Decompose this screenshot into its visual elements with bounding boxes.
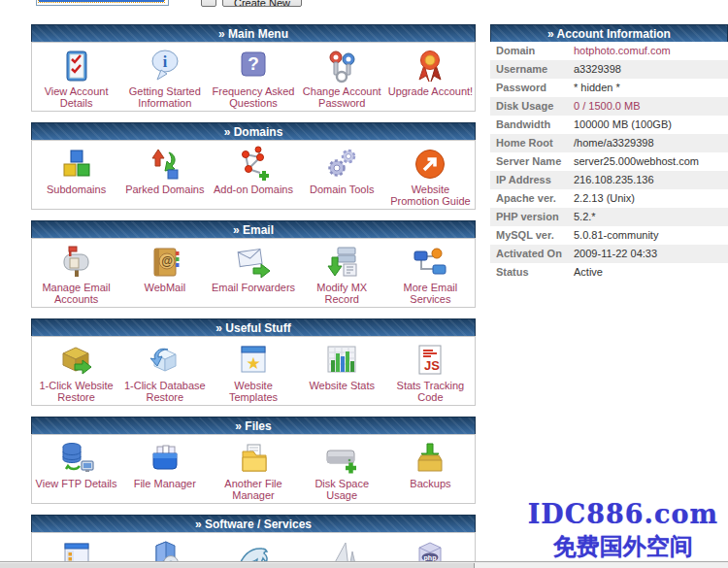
- watermark-chinese-text: 免费国外空间: [528, 531, 718, 562]
- menu-item-label: Subdomains: [47, 184, 106, 195]
- account-row-value: 216.108.235.136: [574, 171, 654, 189]
- account-row-value[interactable]: 0 / 1500.0 MB: [574, 97, 641, 116]
- menu-item-disk-space-usage[interactable]: Disk Space Usage: [298, 435, 386, 503]
- menu-item-another-file-manager[interactable]: Another File Manager: [209, 435, 297, 503]
- section-header: » Main Menu: [31, 24, 476, 42]
- upgrade-ribbon-icon: [412, 48, 448, 84]
- account-row-value[interactable]: hotphoto.comuf.com: [574, 42, 671, 60]
- menu-item-label: WebMail: [145, 282, 186, 293]
- email-forward-icon: [235, 244, 272, 281]
- account-row-username: Usernamea3329398: [490, 60, 728, 79]
- menu-item-domain-tools[interactable]: Domain Tools: [298, 141, 386, 209]
- menu-item-frequency-asked-questions[interactable]: ?Frequency Asked Questions: [209, 43, 297, 111]
- account-row-value: server25.000webhost.com: [574, 152, 699, 171]
- menu-item-view-account-details[interactable]: View Account Details: [32, 43, 120, 111]
- menu-item-label: Another File Manager: [211, 478, 296, 501]
- menu-item-label: Website Templates: [211, 380, 296, 403]
- account-row-label: Domain: [490, 42, 574, 60]
- account-row-value: Active: [574, 263, 603, 282]
- account-row-value: 2.2.13 (Unix): [574, 189, 635, 208]
- domain-select-input[interactable]: [36, 0, 169, 6]
- menu-item-1-click-website-restore[interactable]: 1-Click Website Restore: [32, 337, 120, 405]
- faq-question-icon: ?: [235, 48, 272, 84]
- menu-item-file-manager[interactable]: File Manager: [120, 435, 209, 503]
- horizontal-scrollbar[interactable]: [0, 561, 728, 568]
- password-keys-icon: [323, 48, 360, 84]
- section-items: View FTP DetailsFile ManagerAnother File…: [31, 434, 476, 504]
- menu-item-label: Upgrade Account!: [388, 85, 473, 97]
- section-domains: » DomainsSubdomainsParked DomainsAdd-on …: [31, 122, 476, 210]
- menu-item-subdomains[interactable]: Subdomains: [32, 141, 120, 209]
- menu-item-add-on-domains[interactable]: Add-on Domains: [209, 141, 297, 209]
- menu-item-change-account-password[interactable]: Change Account Password: [298, 43, 386, 111]
- menu-item-label: More Email Services: [387, 282, 473, 305]
- account-row-server-name: Server Nameserver25.000webhost.com: [490, 152, 728, 171]
- menu-item-label: Modify MX Record: [299, 282, 384, 305]
- section-header: » Files: [31, 417, 476, 434]
- account-row-value: 5.2.*: [574, 208, 596, 226]
- folder-file-icon: [235, 440, 272, 477]
- account-row-value: * hidden *: [574, 79, 620, 97]
- menu-item-label: View Account Details: [34, 85, 119, 109]
- domain-tools-gears-icon: [323, 146, 360, 183]
- js-code-icon: JS: [412, 342, 448, 379]
- menu-item-1-click-database-restore[interactable]: 1-Click Database Restore: [120, 337, 209, 405]
- section-items: 1-Click Website Restore1-Click Database …: [31, 336, 476, 406]
- account-row-value: 5.0.81-community: [574, 226, 658, 245]
- mailbox-icon: [58, 244, 95, 281]
- database-restore-icon: [147, 342, 183, 379]
- go-button[interactable]: [201, 0, 216, 7]
- section-header: » Domains: [31, 122, 476, 140]
- parked-domains-icon: [147, 146, 183, 183]
- menu-item-more-email-services[interactable]: More Email Services: [386, 239, 475, 307]
- account-row-domain: Domainhotphoto.comuf.com: [490, 42, 728, 60]
- account-row-label: Bandwidth: [490, 116, 574, 134]
- section-header: » Useful Stuff: [31, 318, 476, 336]
- ftp-details-icon: [58, 440, 95, 477]
- svg-text:★: ★: [246, 354, 260, 373]
- menu-item-modify-mx-record[interactable]: Modify MX Record: [298, 239, 386, 307]
- menu-item-upgrade-account[interactable]: Upgrade Account!: [386, 43, 475, 111]
- selected-text-highlight: [39, 0, 164, 2]
- menu-item-manage-email-accounts[interactable]: Manage Email Accounts: [32, 239, 120, 307]
- create-new-button[interactable]: Create New: [222, 0, 302, 7]
- section-files: » FilesView FTP DetailsFile ManagerAnoth…: [31, 417, 476, 504]
- section-email: » EmailManage Email Accounts@WebMailEmai…: [31, 220, 476, 308]
- account-row-label: MySQL ver.: [490, 226, 574, 245]
- menu-item-website-templates[interactable]: ★Website Templates: [209, 337, 297, 405]
- menu-item-webmail[interactable]: @WebMail: [120, 239, 209, 307]
- account-row-value: /home/a3329398: [574, 134, 654, 152]
- watermark-domain-text: IDC886.com: [528, 499, 718, 529]
- account-row-activated-on: Activated On2009-11-22 04:33: [490, 245, 728, 263]
- menu-item-email-forwarders[interactable]: Email Forwarders: [209, 239, 297, 307]
- account-row-label: Apache ver.: [490, 189, 574, 208]
- menu-item-label: Backups: [410, 478, 450, 489]
- menu-item-view-ftp-details[interactable]: View FTP Details: [32, 435, 120, 503]
- menu-item-stats-tracking-code[interactable]: JSStats Tracking Code: [386, 337, 475, 405]
- menu-item-parked-domains[interactable]: Parked Domains: [120, 141, 209, 209]
- menu-item-label: Manage Email Accounts: [34, 282, 119, 305]
- file-manager-icon: [147, 440, 183, 477]
- menu-item-website-promotion-guide[interactable]: Website Promotion Guide: [386, 141, 475, 209]
- account-row-label: Server Name: [490, 152, 574, 171]
- menu-item-label: Parked Domains: [125, 184, 204, 195]
- account-info-panel: » Account Information Domainhotphoto.com…: [490, 24, 728, 282]
- scrollbar-thumb[interactable]: [0, 563, 475, 568]
- section-items: View Account DetailsiGetting Started Inf…: [31, 42, 476, 112]
- promotion-arrow-icon: [412, 146, 448, 183]
- website-restore-icon: [58, 342, 95, 379]
- menu-item-getting-started-information[interactable]: iGetting Started Information: [120, 43, 209, 111]
- section-items: Manage Email Accounts@WebMailEmail Forwa…: [31, 238, 476, 308]
- menu-item-label: File Manager: [134, 478, 196, 489]
- account-row-value: 100000 MB (100GB): [574, 116, 672, 134]
- account-row-disk-usage: Disk Usage0 / 1500.0 MB: [490, 97, 728, 116]
- section-software-services: » Software / Servicesphpphp: [31, 515, 476, 568]
- more-email-icon: [412, 244, 448, 281]
- menu-item-label: 1-Click Database Restore: [122, 380, 208, 403]
- getting-started-info-icon: i: [147, 48, 183, 84]
- watermark: IDC886.com 免费国外空间: [528, 499, 718, 562]
- menu-item-label: Change Account Password: [299, 85, 384, 109]
- menu-item-backups[interactable]: Backups: [386, 435, 475, 503]
- account-row-password: Password* hidden *: [490, 79, 728, 97]
- menu-item-website-stats[interactable]: Website Stats: [298, 337, 386, 405]
